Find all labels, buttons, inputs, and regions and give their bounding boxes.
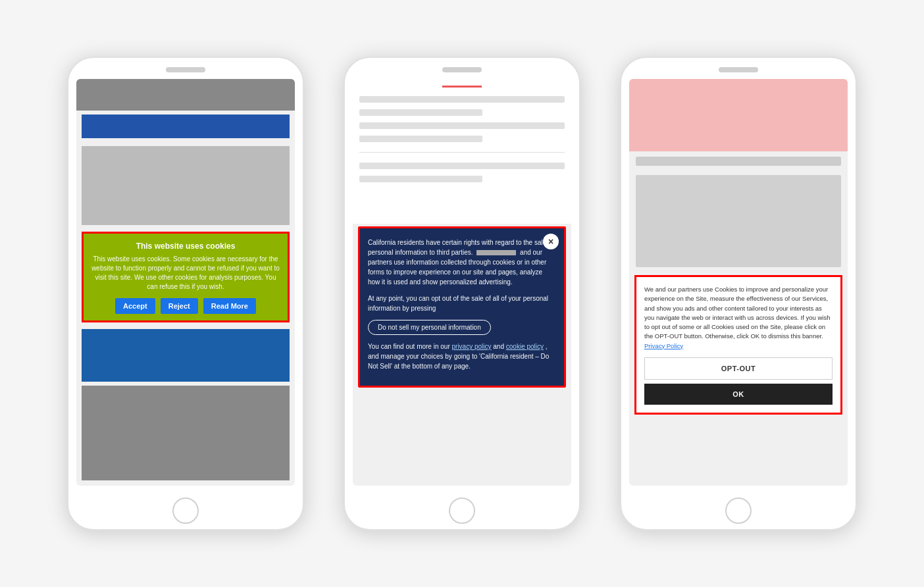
- phones-container: This website uses cookies This website u…: [41, 30, 883, 557]
- phone-2-close-button[interactable]: ×: [543, 234, 559, 249]
- phone-2-line-2: [359, 109, 482, 116]
- phone-3-privacy-link[interactable]: Privacy Policy: [644, 342, 683, 349]
- phone-2-privacy-link[interactable]: privacy policy: [452, 343, 492, 350]
- phone-3-screen: We and our partners use Cookies to impro…: [629, 79, 848, 486]
- phone-2-content-top: [353, 79, 571, 224]
- phone-2-screen: × California residents have certain righ…: [353, 79, 571, 486]
- phone-2-cookie-banner: × California residents have certain righ…: [358, 226, 566, 388]
- phone-2-line-3: [359, 122, 565, 129]
- phone-2-line-4: [359, 136, 482, 142]
- phone-2-line-6: [359, 176, 482, 182]
- phone-1-screen: This website uses cookies This website u…: [76, 79, 295, 486]
- phone-1-home-button[interactable]: [172, 498, 199, 524]
- phone-1-blue-bar: [82, 115, 290, 138]
- phone-1-gray-top: [76, 79, 295, 111]
- phone-2-line-5: [359, 163, 565, 169]
- phone-2-divider: [359, 152, 565, 153]
- phone-3-content-block: [636, 175, 841, 267]
- phone-3-pink-block: [629, 79, 848, 151]
- phone-3-cookie-banner: We and our partners use Cookies to impro…: [634, 275, 842, 415]
- phone-3-home-button[interactable]: [725, 498, 752, 524]
- phone-3-gray-line-1: [636, 157, 841, 166]
- phone-2-opt-out-button[interactable]: Do not sell my personal information: [368, 320, 491, 335]
- phone-3: We and our partners use Cookies to impro…: [620, 57, 857, 530]
- phone-1-banner-body: This website uses cookies. Some cookies …: [90, 255, 281, 292]
- phone-3-banner-body: We and our partners use Cookies to impro…: [644, 285, 833, 351]
- phone-1-speaker: [166, 67, 205, 72]
- phone-3-speaker: [719, 67, 758, 72]
- phone-2-red-bar: [442, 86, 482, 88]
- phone-1-banner-buttons: Accept Reject Read More: [90, 298, 281, 314]
- phone-2-line-1: [359, 96, 565, 103]
- phone-1-read-more-button[interactable]: Read More: [203, 298, 256, 314]
- phone-2-speaker: [442, 67, 482, 72]
- phone-1-blue-bottom: [82, 329, 290, 382]
- phone-1-cookie-banner: This website uses cookies This website u…: [82, 232, 290, 322]
- phone-2-banner-body4: You can find out more in our privacy pol…: [368, 342, 556, 371]
- phone-1-reject-button[interactable]: Reject: [161, 298, 198, 314]
- phone-2-banner-body3: At any point, you can opt out of the sal…: [368, 294, 556, 313]
- phone-1-gray-bottom: [82, 386, 290, 480]
- phone-2: × California residents have certain righ…: [344, 57, 580, 530]
- phone-2-company-placeholder: [476, 250, 516, 255]
- phone-2-opt-out-label: Do not sell my personal information: [378, 324, 481, 331]
- phone-1-accept-button[interactable]: Accept: [115, 298, 155, 314]
- phone-3-opt-out-button[interactable]: OPT-OUT: [644, 357, 833, 380]
- phone-2-cookie-link[interactable]: cookie policy: [506, 343, 544, 350]
- phone-3-ok-button[interactable]: OK: [644, 384, 833, 405]
- phone-1-content-block: [82, 146, 290, 225]
- phone-2-home-button[interactable]: [449, 498, 475, 524]
- phone-1: This website uses cookies This website u…: [67, 57, 304, 530]
- phone-2-banner-body1: California residents have certain rights…: [368, 238, 556, 287]
- phone-1-banner-title: This website uses cookies: [90, 242, 281, 251]
